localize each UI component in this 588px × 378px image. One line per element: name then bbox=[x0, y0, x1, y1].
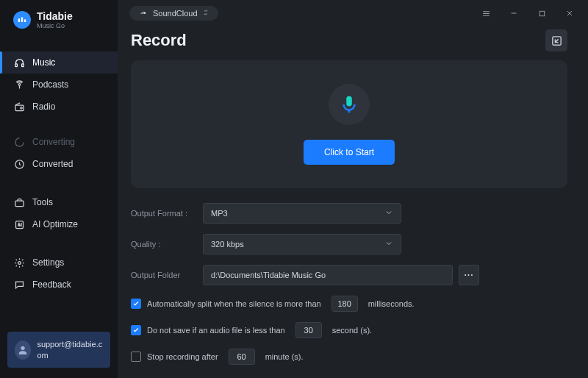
chat-icon bbox=[13, 279, 25, 290]
chevron-down-icon bbox=[384, 239, 393, 249]
quality-label: Quality : bbox=[131, 240, 203, 249]
sidebar-item-podcasts[interactable]: Podcasts bbox=[0, 74, 118, 96]
output-folder-value: d:\Documents\Tidabie Music Go bbox=[211, 271, 326, 279]
sidebar-item-settings[interactable]: Settings bbox=[0, 252, 118, 274]
stop-after-post: minute (s). bbox=[265, 352, 304, 361]
svg-rect-0 bbox=[18, 18, 20, 22]
titlebar: SoundCloud bbox=[118, 0, 588, 26]
sidebar-item-music[interactable]: Music bbox=[0, 51, 118, 74]
sidebar-item-label: Feedback bbox=[32, 279, 71, 290]
svg-rect-1 bbox=[21, 18, 23, 22]
auto-split-checkbox[interactable] bbox=[131, 299, 141, 309]
sidebar-item-converting[interactable]: Converting bbox=[0, 131, 118, 153]
app-logo bbox=[13, 11, 31, 29]
svg-point-12 bbox=[21, 346, 25, 349]
auto-split-pre: Automatically split when the silence is … bbox=[147, 299, 321, 308]
min-length-value[interactable]: 30 bbox=[295, 322, 322, 338]
window-maximize-button[interactable] bbox=[531, 4, 553, 22]
window-minimize-button[interactable] bbox=[503, 4, 525, 22]
soundcloud-icon bbox=[138, 9, 148, 18]
output-format-value: MP3 bbox=[211, 209, 228, 218]
sidebar: Tidabie Music Go Music Podcasts Radio Co… bbox=[0, 0, 118, 378]
main-nav: Music Podcasts Radio Converting Converte… bbox=[0, 51, 118, 296]
stop-after-checkbox[interactable] bbox=[131, 352, 141, 362]
clock-icon bbox=[13, 158, 25, 170]
sidebar-item-label: AI Optimize bbox=[32, 219, 78, 229]
settings-form: Output Format : MP3 Quality : 320 kbps O… bbox=[131, 203, 567, 365]
start-record-button[interactable]: Click to Start bbox=[304, 140, 395, 165]
auto-split-value[interactable]: 180 bbox=[331, 296, 358, 312]
sidebar-item-label: Settings bbox=[32, 257, 64, 268]
avatar-icon bbox=[15, 340, 31, 360]
stop-after-value[interactable]: 60 bbox=[229, 349, 255, 365]
sidebar-item-label: Radio bbox=[32, 101, 55, 112]
stop-after-pre: Stop recording after bbox=[147, 352, 218, 361]
output-format-select[interactable]: MP3 bbox=[203, 203, 401, 224]
sidebar-item-radio[interactable]: Radio bbox=[0, 96, 118, 118]
svg-rect-4 bbox=[21, 63, 24, 66]
sidebar-item-label: Tools bbox=[32, 197, 53, 207]
spinner-icon bbox=[13, 136, 25, 148]
brand-name: Tidabie bbox=[37, 10, 73, 22]
sidebar-item-label: Podcasts bbox=[32, 79, 68, 90]
svg-point-5 bbox=[18, 83, 21, 85]
min-length-post: second (s). bbox=[332, 326, 372, 335]
support-email: support@tidabie.com bbox=[37, 339, 103, 360]
svg-point-11 bbox=[18, 261, 21, 264]
auto-split-post: milliseconds. bbox=[368, 299, 415, 308]
quality-select[interactable]: 320 kbps bbox=[203, 234, 401, 254]
gear-icon bbox=[13, 257, 25, 268]
record-panel: Click to Start bbox=[131, 60, 567, 188]
open-recordings-button[interactable] bbox=[545, 29, 567, 51]
sidebar-item-label: Converted bbox=[32, 159, 73, 169]
page-title: Record bbox=[131, 31, 187, 50]
sidebar-item-label: Music bbox=[32, 57, 55, 68]
browse-folder-button[interactable]: ··· bbox=[459, 265, 479, 285]
sidebar-item-label: Converting bbox=[32, 137, 75, 147]
svg-point-7 bbox=[20, 107, 22, 109]
min-length-pre: Do not save if an audio file is less tha… bbox=[147, 326, 285, 335]
toolbox-icon bbox=[13, 196, 25, 208]
svg-rect-2 bbox=[24, 19, 26, 22]
ai-icon bbox=[13, 218, 25, 230]
mic-icon bbox=[329, 84, 370, 125]
sidebar-item-ai-optimize[interactable]: AI Optimize bbox=[0, 213, 118, 235]
sidebar-item-feedback[interactable]: Feedback bbox=[0, 274, 118, 296]
output-format-label: Output Format : bbox=[131, 209, 203, 218]
broadcast-icon bbox=[13, 79, 25, 90]
headphones-icon bbox=[13, 57, 25, 68]
sidebar-item-tools[interactable]: Tools bbox=[0, 191, 118, 213]
swap-icon bbox=[202, 9, 209, 18]
output-folder-label: Output Folder bbox=[131, 271, 203, 279]
source-pill[interactable]: SoundCloud bbox=[129, 6, 218, 21]
brand-sub: Music Go bbox=[37, 22, 73, 29]
radio-icon bbox=[13, 101, 25, 113]
menu-button[interactable] bbox=[475, 4, 497, 22]
svg-rect-15 bbox=[346, 96, 352, 107]
svg-rect-9 bbox=[15, 201, 23, 207]
min-length-checkbox[interactable] bbox=[131, 325, 141, 335]
svg-rect-13 bbox=[539, 11, 544, 15]
sidebar-item-converted[interactable]: Converted bbox=[0, 153, 118, 175]
svg-rect-3 bbox=[15, 63, 17, 66]
quality-value: 320 kbps bbox=[211, 240, 244, 249]
brand: Tidabie Music Go bbox=[0, 0, 118, 35]
window-close-button[interactable] bbox=[559, 4, 581, 22]
support-card[interactable]: support@tidabie.com bbox=[7, 332, 110, 368]
output-folder-input[interactable]: d:\Documents\Tidabie Music Go bbox=[203, 265, 453, 285]
chevron-down-icon bbox=[384, 208, 393, 218]
source-label: SoundCloud bbox=[153, 9, 198, 18]
main: SoundCloud Record Click to Start bbox=[118, 0, 588, 378]
